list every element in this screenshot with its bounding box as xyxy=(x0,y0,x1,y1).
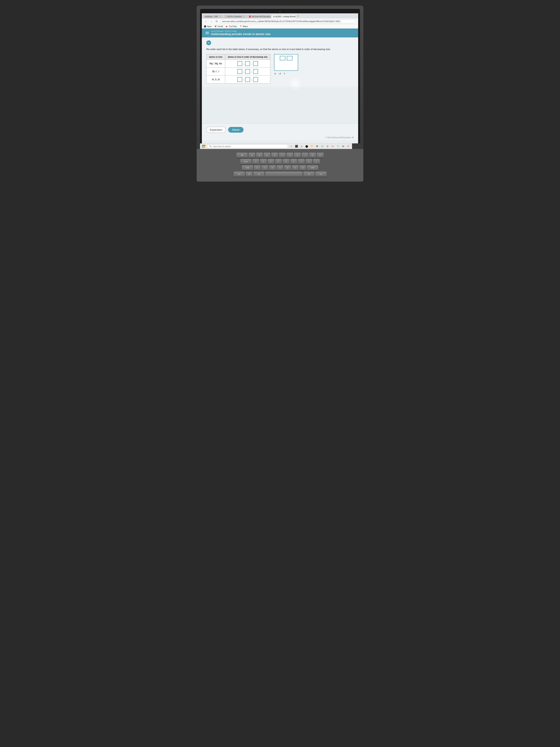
key-k[interactable]: K xyxy=(305,159,312,164)
key-b[interactable]: B xyxy=(284,165,291,171)
key-q[interactable]: Q xyxy=(248,153,255,158)
key-l[interactable]: L xyxy=(313,159,320,164)
tab-aleks-chemistry[interactable]: ⬡ ALEKs Chemistry ✕ xyxy=(223,15,247,19)
row3-input2[interactable] xyxy=(245,77,250,82)
explanation-button[interactable]: Explanation xyxy=(206,127,226,133)
key-alt-right[interactable]: Alt xyxy=(303,172,315,177)
key-v[interactable]: V xyxy=(277,165,283,171)
taskbar-office[interactable]: O xyxy=(331,145,335,148)
key-m[interactable]: M xyxy=(299,165,306,171)
tab-mcgraw[interactable]: 📕 McGraw-Hill Education Campus ✕ xyxy=(247,15,271,19)
key-x[interactable]: X xyxy=(262,165,268,171)
refresh-button[interactable]: ↻ xyxy=(215,20,218,23)
drag-area[interactable] xyxy=(274,54,298,71)
key-n[interactable]: N xyxy=(292,165,298,171)
bookmark-youtube[interactable]: ▶ YouTube xyxy=(225,25,237,28)
key-alt[interactable]: Alt xyxy=(254,172,264,177)
keyboard-row-4: Ctrl Fn Alt Alt Ctrl xyxy=(202,172,358,177)
col2-header: atoms or ions in order of decreasing siz… xyxy=(225,54,270,59)
row2-input1[interactable] xyxy=(237,69,242,74)
taskbar-task-view[interactable]: ⬛ xyxy=(295,145,298,148)
check-button[interactable]: Check xyxy=(228,127,243,133)
row1-sep2: , xyxy=(251,62,252,65)
key-i[interactable]: I xyxy=(302,153,308,158)
taskbar-explorer[interactable]: 📁 xyxy=(310,145,314,148)
row2-atoms: Br, I−, I xyxy=(207,68,225,75)
main-content: ELECTRONIC STRUCTURE Understanding perio… xyxy=(202,28,358,144)
key-d[interactable]: D xyxy=(268,159,274,164)
hamburger-menu[interactable] xyxy=(206,32,209,34)
row3-input1[interactable] xyxy=(237,77,242,82)
key-j[interactable]: J xyxy=(298,159,304,164)
taskbar-chrome[interactable]: ⬤ xyxy=(305,145,309,148)
bookmark-gmail[interactable]: M Gmail xyxy=(214,25,223,28)
new-tab-button[interactable]: + xyxy=(296,15,300,19)
windows-logo-icon xyxy=(202,145,205,148)
bookmark-maps-label: Maps xyxy=(243,25,248,27)
key-g[interactable]: G xyxy=(283,159,289,164)
undo-icon[interactable]: ↺ xyxy=(279,72,281,75)
svg-rect-1 xyxy=(204,145,205,146)
key-caps[interactable]: Caps xyxy=(240,159,251,164)
key-s[interactable]: S xyxy=(260,159,267,164)
row2-input2[interactable] xyxy=(245,69,250,74)
taskbar-powerpoint[interactable]: P xyxy=(346,145,350,148)
bookmark-apps[interactable]: ⬛ Apps xyxy=(204,25,212,28)
tab-aleks-active[interactable]: A ALEKS - Lindsay Brooks - Learn ✕ xyxy=(271,15,296,19)
key-z[interactable]: Z xyxy=(254,165,261,171)
key-a[interactable]: A xyxy=(252,159,259,164)
help-icon[interactable]: ? xyxy=(284,72,285,75)
key-w[interactable]: W xyxy=(256,153,263,158)
key-tab[interactable]: Tab xyxy=(237,153,247,158)
taskbar-edge[interactable]: e xyxy=(300,145,303,148)
bookmark-youtube-label: YouTube xyxy=(229,25,237,27)
key-p[interactable]: P xyxy=(317,153,323,158)
key-r[interactable]: R xyxy=(271,153,278,158)
drag-item-2[interactable] xyxy=(287,56,292,60)
windows-start-button[interactable] xyxy=(202,145,206,148)
key-c[interactable]: C xyxy=(269,165,276,171)
taskbar-mail[interactable]: ✉ xyxy=(315,145,319,148)
taskbar-dollar[interactable]: $ xyxy=(326,145,329,148)
key-t[interactable]: T xyxy=(279,153,286,158)
key-ctrl[interactable]: Ctrl xyxy=(234,172,245,177)
section-label: ELECTRONIC STRUCTURE xyxy=(211,30,271,32)
key-shift-right[interactable]: Shift xyxy=(307,165,318,171)
key-o[interactable]: O xyxy=(309,153,316,158)
key-fn[interactable]: Fn xyxy=(246,172,252,177)
taskbar-teams[interactable]: T xyxy=(336,145,340,148)
search-icon: 🔍 xyxy=(209,145,212,148)
taskbar-word[interactable]: W xyxy=(341,145,345,148)
col1-header: atoms or ions xyxy=(207,54,225,59)
expand-button[interactable] xyxy=(206,41,211,45)
gmail-icon: M xyxy=(214,25,217,28)
taskbar-cortana[interactable]: ○ xyxy=(289,145,293,148)
key-ctrl-right[interactable]: Ctrl xyxy=(315,172,326,177)
table-row: Mg+, Mg, Na , , xyxy=(207,59,270,68)
tab-aleks-chemistry-close[interactable]: ✕ xyxy=(243,16,245,18)
drag-row-top xyxy=(279,56,293,61)
back-button[interactable]: ← xyxy=(204,20,208,23)
row1-input2[interactable] xyxy=(245,61,250,66)
url-input[interactable]: www-awn.aleks.com/alekscgi/x/lsl.exe/1o_… xyxy=(220,20,356,23)
key-u[interactable]: U xyxy=(294,153,301,158)
key-e[interactable]: E xyxy=(264,153,270,158)
key-shift[interactable]: Shift xyxy=(242,165,253,171)
key-f[interactable]: F xyxy=(275,159,282,164)
key-space[interactable] xyxy=(265,172,302,177)
row3-input3[interactable] xyxy=(253,77,258,82)
bookmark-maps[interactable]: 📍 Maps xyxy=(239,25,248,28)
tab-mywings[interactable]: myWings - UNF ✕ xyxy=(203,15,223,19)
row1-input1[interactable] xyxy=(237,61,242,66)
key-y[interactable]: Y xyxy=(287,153,293,158)
tab-aleks-favicon: ⬡ xyxy=(225,16,227,18)
forward-button[interactable]: → xyxy=(209,20,213,23)
tab-mywings-close[interactable]: ✕ xyxy=(219,16,221,18)
row1-input3[interactable] xyxy=(253,61,258,66)
clear-icon[interactable]: ✕ xyxy=(274,72,276,75)
row2-input3[interactable] xyxy=(253,69,258,74)
drag-item-1[interactable] xyxy=(280,56,285,60)
taskbar-search-box[interactable]: 🔍 Type here to search xyxy=(207,144,288,148)
taskbar-dropbox[interactable]: ⬡ xyxy=(321,145,324,148)
key-h[interactable]: H xyxy=(290,159,297,164)
